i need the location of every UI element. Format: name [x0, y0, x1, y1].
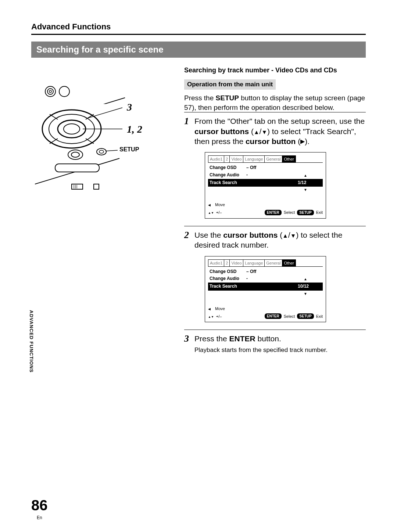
tab-audio1: Audio1: [208, 259, 224, 266]
operation-heading: Operation from the main unit: [184, 79, 276, 90]
tab-language: Language: [243, 259, 265, 266]
tab-general: General: [264, 155, 282, 162]
callout-3: 3: [127, 101, 132, 113]
tab-general: General: [264, 259, 282, 266]
step-3: 3 Press the ENTER button. Playback start…: [184, 330, 366, 359]
svg-point-2: [45, 86, 56, 97]
osd-screenshot-1: Audio1 2 Video Language General Other Ch…: [205, 152, 326, 219]
setup-pill-icon: SETUP: [297, 210, 314, 215]
tab-audio1: Audio1: [208, 155, 224, 162]
step-1: 1 From the "Other" tab on the setup scre…: [184, 112, 366, 226]
tab-2: 2: [224, 155, 230, 162]
step-number: 2: [184, 230, 194, 324]
svg-point-5: [59, 86, 69, 97]
step-number: 3: [184, 334, 194, 354]
intro-paragraph: Press the SETUP button to display the se…: [184, 93, 366, 112]
side-tab-label: ADVANCED FUNCTIONS: [29, 309, 34, 419]
svg-rect-23: [72, 184, 83, 189]
up-arrow-icon: [254, 127, 260, 136]
language-code: En: [37, 515, 42, 520]
tab-other: Other: [282, 155, 296, 162]
right-arrow-icon: [300, 137, 305, 145]
device-diagram: 3 1, 2 SETUP: [35, 81, 145, 213]
callout-12: 1, 2: [127, 123, 142, 135]
step-number: 1: [184, 116, 194, 221]
setup-pill-icon: SETUP: [297, 313, 314, 319]
down-arrow-icon: [290, 231, 296, 239]
tab-video: Video: [229, 259, 243, 266]
section-title: Searching for a specific scene: [31, 42, 366, 58]
enter-pill-icon: ENTER: [265, 313, 282, 319]
step-2: 2 Use the cursor buttons (/) to select t…: [184, 226, 366, 330]
tab-2: 2: [224, 259, 230, 266]
svg-point-17: [68, 150, 83, 159]
tab-other: Other: [282, 259, 296, 266]
step-3-note: Playback starts from the specified track…: [194, 346, 366, 355]
callout-setup: SETUP: [119, 146, 139, 153]
svg-point-19: [97, 148, 106, 155]
svg-rect-27: [94, 184, 99, 189]
tab-language: Language: [243, 155, 265, 162]
up-arrow-icon: [282, 231, 288, 239]
osd-screenshot-2: Audio1 2 Video Language General Other Ch…: [205, 256, 326, 323]
svg-rect-22: [55, 164, 99, 172]
chapter-header: Advanced Functions: [31, 22, 366, 35]
enter-pill-icon: ENTER: [265, 210, 282, 215]
subsection-heading: Searching by track number - Video CDs an…: [184, 66, 366, 74]
down-arrow-icon: [261, 127, 267, 136]
side-tab: ADVANCED FUNCTIONS: [22, 309, 32, 419]
page-number: 86: [31, 497, 48, 514]
tab-video: Video: [229, 155, 243, 162]
